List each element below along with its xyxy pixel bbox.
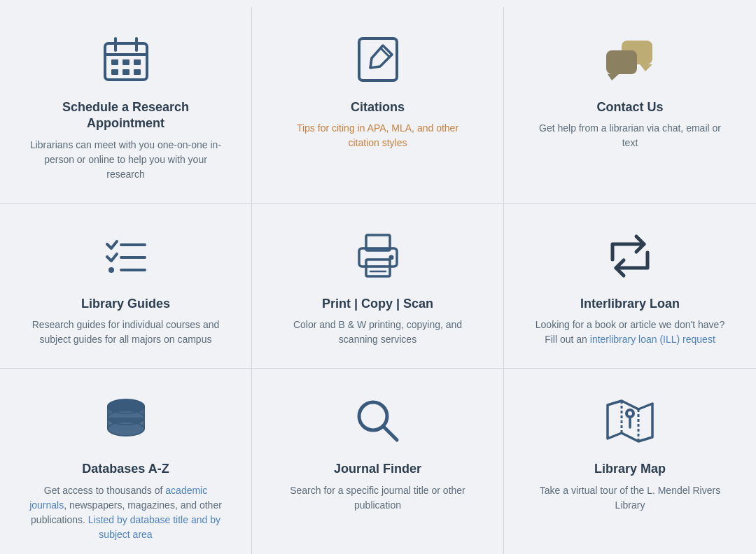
card-contact[interactable]: Contact Us Get help from a librarian via…: [504, 7, 756, 203]
svg-rect-4: [111, 59, 118, 65]
card-desc: Research guides for individual courses a…: [28, 318, 223, 347]
card-desc: Get access to thousands of academic jour…: [28, 483, 223, 542]
card-title: Databases A-Z: [82, 461, 169, 477]
chat-bubbles-icon: [598, 28, 662, 91]
svg-point-19: [108, 267, 114, 273]
map-icon: [598, 390, 662, 453]
checklist-icon: [94, 225, 158, 287]
svg-rect-15: [606, 50, 637, 74]
pencil-edit-icon: [346, 28, 410, 91]
calendar-icon: [94, 28, 158, 91]
card-desc: Tips for citing in APA, MLA, and other c…: [280, 121, 475, 150]
card-title: Interlibrary Loan: [580, 296, 680, 312]
svg-point-39: [628, 411, 632, 416]
svg-point-24: [388, 255, 393, 260]
transfer-icon: [598, 225, 662, 287]
card-desc: Take a virtual tour of the L. Mendel Riv…: [532, 483, 728, 513]
svg-marker-16: [608, 74, 619, 80]
svg-line-12: [370, 58, 372, 68]
card-library-guides[interactable]: Library Guides Research guides for indiv…: [0, 204, 252, 368]
card-desc: Color and B & W printing, copying, and s…: [280, 318, 475, 347]
card-ill[interactable]: Interlibrary Loan Looking for a book or …: [504, 204, 756, 368]
svg-rect-23: [366, 260, 390, 276]
svg-rect-9: [134, 69, 141, 75]
svg-rect-8: [122, 69, 130, 75]
card-desc: Search for a specific journal title or o…: [280, 483, 475, 513]
card-schedule[interactable]: Schedule a Research Appointment Libraria…: [0, 7, 252, 203]
svg-rect-5: [122, 59, 130, 65]
card-desc: Get help from a librarian via chat, emai…: [532, 121, 728, 150]
database-icon: [94, 390, 158, 453]
card-databases[interactable]: Databases A-Z Get access to thousands of…: [0, 369, 252, 554]
svg-rect-10: [359, 38, 397, 80]
card-title: Citations: [351, 99, 405, 115]
card-title: Library Guides: [81, 296, 170, 312]
card-title: Library Map: [594, 461, 666, 477]
card-citations[interactable]: Citations Tips for citing in APA, MLA, a…: [252, 7, 504, 203]
svg-rect-7: [111, 69, 118, 75]
svg-rect-6: [134, 59, 141, 65]
card-title: Journal Finder: [334, 461, 421, 477]
svg-marker-14: [640, 64, 652, 71]
card-title: Schedule a Research Appointment: [28, 99, 223, 132]
search-icon: [346, 390, 410, 453]
card-print[interactable]: Print | Copy | Scan Color and B & W prin…: [252, 204, 504, 368]
card-desc: Librarians can meet with you one-on-one …: [28, 138, 223, 182]
svg-line-34: [384, 427, 397, 440]
card-desc: Looking for a book or article we don't h…: [532, 318, 728, 347]
card-journal-finder[interactable]: Journal Finder Search for a specific jou…: [252, 369, 504, 554]
card-title: Contact Us: [596, 99, 663, 115]
printer-icon: [346, 225, 410, 287]
card-library-map[interactable]: Library Map Take a virtual tour of the L…: [504, 369, 756, 554]
card-title: Print | Copy | Scan: [322, 296, 433, 312]
